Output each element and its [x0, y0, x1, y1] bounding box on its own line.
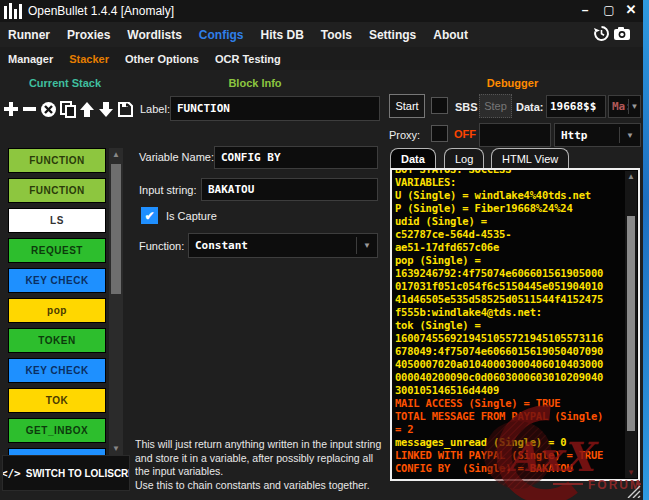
app-window: OpenBullet 1.4.4 [Anomaly] – ▢ ✕ RunnerP… — [0, 0, 649, 500]
output-line: MAIL ACCESS (Single) = TRUE — [395, 397, 623, 410]
scroll-up-icon[interactable]: ▲ — [109, 150, 123, 159]
proxy-status: OFF — [454, 128, 476, 140]
output-line: 1600745569219451055721945105573116 — [395, 332, 623, 345]
stack-toolbar — [3, 98, 130, 120]
screen-edge-strip — [643, 0, 649, 500]
menu-item-configs[interactable]: Configs — [199, 28, 244, 42]
menu-item-runner[interactable]: Runner — [8, 28, 50, 42]
submenu-item-ocr-testing[interactable]: OCR Testing — [215, 53, 281, 65]
configs-submenu: ManagerStackerOther OptionsOCR Testing — [0, 47, 649, 70]
data-input[interactable]: 19668$$ — [546, 95, 606, 118]
output-line: f555b:windlake4@tds.net: — [395, 306, 623, 319]
label-input[interactable]: FUNCTION — [170, 96, 380, 121]
menu-item-tools[interactable]: Tools — [321, 28, 352, 42]
sbs-checkbox[interactable] — [431, 97, 448, 114]
switch-to-loliscript-button[interactable]: </> SWITCH TO LOLISCRI — [2, 455, 130, 491]
scroll-up-icon[interactable]: ▲ — [625, 172, 637, 181]
screenshot-camera-icon[interactable] — [613, 25, 631, 46]
start-button[interactable]: Start — [389, 94, 425, 118]
tab-log[interactable]: Log — [444, 148, 484, 169]
menu-item-settings[interactable]: Settings — [369, 28, 416, 42]
variable-name-input[interactable]: CONFIG BY — [214, 146, 378, 169]
menu-item-proxies[interactable]: Proxies — [67, 28, 110, 42]
stack-block-key-check[interactable]: KEY CHECK — [8, 358, 106, 383]
scroll-down-icon[interactable]: ▼ — [625, 468, 637, 477]
title-bar: OpenBullet 1.4.4 [Anomaly] – ▢ ✕ — [0, 0, 649, 22]
debugger-scrollbar[interactable]: ▲ ▼ — [625, 171, 637, 478]
submenu-item-other-options[interactable]: Other Options — [125, 53, 199, 65]
remove-block-icon[interactable] — [22, 101, 37, 117]
is-capture-checkbox[interactable]: ✔ — [141, 207, 158, 224]
output-line: 41d46505e535d58525d0511544f4152475 — [395, 293, 623, 306]
openbullet-logo-icon — [4, 3, 22, 19]
output-line: 300105146516d4409 — [395, 384, 623, 397]
proxy-checkbox[interactable] — [431, 125, 448, 142]
output-line: ae51-17dfd657c06e — [395, 241, 623, 254]
stack-block-function[interactable]: FUNCTION — [8, 148, 106, 173]
history-icon[interactable] — [593, 25, 610, 46]
output-line: TOTAL MESSAGE FROM PAYPAL (Single) — [395, 410, 623, 423]
add-block-icon[interactable] — [3, 101, 19, 117]
stack-block-pop[interactable]: pop — [8, 298, 106, 323]
save-stack-icon[interactable] — [117, 101, 134, 118]
stack-block-token[interactable]: TOKEN — [8, 328, 106, 353]
minimize-button[interactable]: – — [577, 2, 593, 18]
proxy-type-dropdown[interactable]: Http ▼ — [554, 123, 641, 147]
clear-stack-icon[interactable] — [40, 101, 57, 118]
block-stack-list: FUNCTIONFUNCTIONLSREQUESTKEY CHECKpopTOK… — [8, 148, 106, 455]
function-label: Function: — [139, 240, 184, 252]
menu-item-about[interactable]: About — [433, 28, 468, 42]
menu-item-hits-db[interactable]: Hits DB — [260, 28, 303, 42]
proxy-input[interactable] — [479, 123, 551, 147]
clone-block-icon[interactable] — [60, 101, 76, 118]
input-string-label: Input string: — [139, 184, 196, 196]
stack-block-key-check[interactable]: KEY CHECK — [8, 268, 106, 293]
stack-block-get_inbox[interactable]: GET_INBOX — [8, 418, 106, 443]
sbs-label: SBS — [455, 101, 478, 113]
debugger-output[interactable]: BOT STATUS: SUCCESSVARIABLES:U (Single) … — [390, 168, 640, 481]
stack-block-ls[interactable]: LS — [8, 208, 106, 233]
proxy-label: Proxy: — [389, 129, 420, 141]
scroll-down-icon[interactable]: ▼ — [109, 444, 123, 453]
stack-block-tok[interactable]: TOK — [8, 388, 106, 413]
variable-name-label: Variable Name: — [139, 151, 214, 163]
output-line: tok (Single) = — [395, 319, 623, 332]
stack-scrollbar[interactable]: ▲ ▼ — [109, 148, 123, 455]
function-dropdown[interactable]: Constant ▼ — [188, 233, 378, 258]
chevron-down-icon: ▼ — [629, 102, 640, 111]
close-button[interactable]: ✕ — [623, 2, 639, 18]
output-line: 678049:4f75074e6066015619050407090 — [395, 345, 623, 358]
input-string-input[interactable]: BAKATOU — [201, 178, 378, 201]
main-menu: RunnerProxiesWordlistsConfigsHits DBTool… — [0, 22, 649, 47]
menu-item-wordlists[interactable]: Wordlists — [127, 28, 181, 42]
move-down-icon[interactable] — [98, 101, 114, 118]
stack-block-request[interactable]: REQUEST — [8, 238, 106, 263]
output-line: LINKED WITH PAYPAL (Single) = TRUE — [395, 449, 623, 462]
submenu-item-stacker[interactable]: Stacker — [69, 53, 109, 65]
move-up-icon[interactable] — [79, 101, 95, 118]
output-line: 1639246792:4f75074e606601561905000 — [395, 267, 623, 280]
debugger-header: Debugger — [385, 77, 640, 89]
debugger-scrollbar-thumb[interactable] — [627, 216, 635, 431]
output-line: VARIABLES: — [395, 176, 623, 189]
output-line: U (Single) = windlake4%40tds.net — [395, 189, 623, 202]
block-help-text: This will just return anything written i… — [135, 438, 383, 497]
stack-scrollbar-thumb[interactable] — [111, 164, 121, 294]
output-line: udid (Single) = — [395, 215, 623, 228]
resize-grip[interactable] — [627, 484, 641, 497]
tab-data[interactable]: Data — [390, 148, 436, 169]
stack-block-partial[interactable] — [8, 448, 106, 455]
output-line: 000040200090c0d0603000603010209040 — [395, 371, 623, 384]
submenu-item-manager[interactable]: Manager — [8, 53, 53, 65]
maximize-button[interactable]: ▢ — [601, 2, 617, 18]
tab-html-view[interactable]: HTML View — [491, 148, 569, 169]
step-button[interactable]: Step — [479, 94, 512, 118]
stack-block-function[interactable]: FUNCTION — [8, 178, 106, 203]
window-title: OpenBullet 1.4.4 [Anomaly] — [28, 4, 174, 18]
wordlist-type-dropdown[interactable]: Ma: ▼ — [608, 95, 641, 118]
chevron-down-icon: ▼ — [357, 241, 377, 250]
output-line: CONFIG BY (Single) = BAKATOU — [395, 462, 623, 475]
current-stack-header: Current Stack — [0, 77, 130, 89]
output-line: messages_unread (Single) = 0 — [395, 436, 623, 449]
data-label: Data: — [516, 101, 544, 113]
